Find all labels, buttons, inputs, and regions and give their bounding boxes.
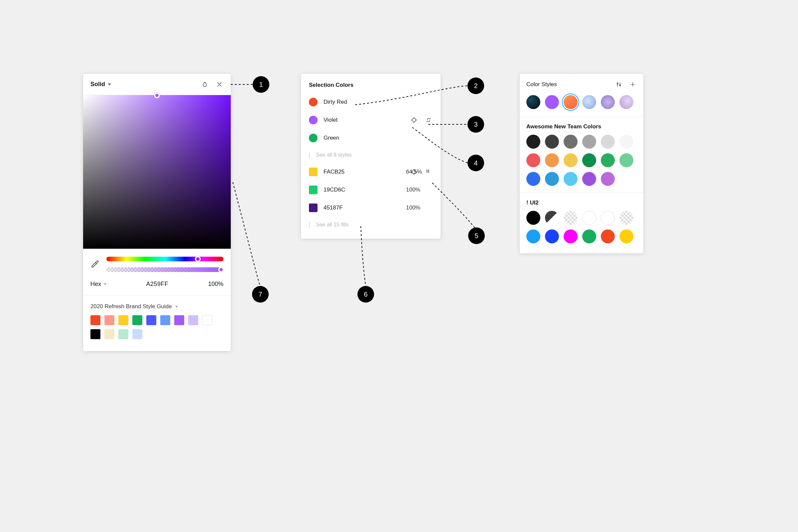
selection-colors-title: Selection Colors: [301, 82, 440, 93]
library-swatch[interactable]: [91, 329, 100, 339]
team-color-swatch[interactable]: [582, 135, 596, 149]
target-icon: [411, 117, 417, 124]
selection-style-row[interactable]: Violet: [301, 111, 440, 129]
ui2-color-swatch[interactable]: [582, 229, 596, 243]
library-swatch[interactable]: [104, 329, 114, 339]
style-name: Dirty Red: [324, 99, 433, 106]
eyedropper-button[interactable]: [91, 260, 99, 269]
style-swatch[interactable]: [526, 95, 540, 109]
target-select-button[interactable]: [410, 168, 418, 176]
selection-fill-row[interactable]: 19CD6C100%: [301, 181, 440, 199]
library-swatch[interactable]: [202, 315, 212, 325]
opacity-input[interactable]: 100%: [208, 281, 224, 288]
hue-thumb[interactable]: [195, 256, 201, 262]
library-swatch[interactable]: [118, 329, 128, 339]
library-swatch[interactable]: [188, 315, 198, 325]
alpha-slider[interactable]: [107, 267, 224, 272]
selection-colors-panel: Selection Colors Dirty RedVioletGreen Se…: [301, 74, 440, 239]
library-swatch[interactable]: [104, 315, 114, 325]
ui2-color-swatch[interactable]: [564, 229, 577, 243]
team-color-swatch[interactable]: [620, 135, 633, 149]
close-button[interactable]: [215, 80, 224, 89]
selection-style-row[interactable]: Green: [301, 129, 440, 147]
library-swatches: [91, 315, 224, 339]
fill-hex: 19CD6C: [324, 187, 406, 193]
team-color-swatch[interactable]: [582, 172, 596, 186]
ui2-color-swatch[interactable]: [582, 211, 596, 225]
team-color-swatch[interactable]: [526, 153, 540, 167]
library-swatch[interactable]: [146, 315, 156, 325]
fill-type-dropdown[interactable]: Solid: [91, 81, 111, 88]
annotation-2: 2: [468, 77, 484, 94]
team-color-swatch[interactable]: [526, 172, 540, 186]
team-color-swatch[interactable]: [601, 172, 615, 186]
team-color-swatch[interactable]: [564, 135, 577, 149]
team-color-swatch[interactable]: [545, 153, 559, 167]
team-color-swatch[interactable]: [545, 172, 559, 186]
library-swatch[interactable]: [91, 315, 100, 325]
annotation-1: 1: [253, 76, 269, 93]
style-swatch[interactable]: [545, 95, 559, 109]
color-swatch: [309, 186, 318, 194]
selection-style-row[interactable]: Dirty Red: [301, 93, 440, 111]
hue-slider[interactable]: [107, 257, 224, 261]
annotation-3: 3: [468, 116, 484, 133]
target-select-button[interactable]: [410, 116, 418, 124]
blend-mode-button[interactable]: [201, 80, 209, 89]
ui2-color-swatch[interactable]: [545, 229, 559, 243]
see-all-fills-button[interactable]: See all 15 fills: [301, 217, 440, 233]
add-style-button[interactable]: [629, 80, 637, 89]
ui2-color-swatch[interactable]: [620, 229, 633, 243]
style-swatch[interactable]: [582, 95, 596, 109]
library-swatch[interactable]: [160, 315, 170, 325]
ui2-color-swatch[interactable]: [545, 211, 559, 225]
team-color-swatch[interactable]: [601, 135, 615, 149]
hex-input[interactable]: A259FF: [146, 281, 168, 288]
more-icon: [309, 153, 310, 158]
svg-point-2: [426, 170, 427, 171]
plus-icon: [630, 81, 636, 88]
create-style-button[interactable]: [424, 168, 433, 176]
ui2-color-swatch[interactable]: [564, 211, 577, 225]
selection-fill-row[interactable]: FACB2564.5%: [301, 163, 440, 181]
fill-type-label: Solid: [91, 81, 105, 88]
style-name: Green: [324, 135, 433, 141]
team-color-swatch[interactable]: [564, 153, 577, 167]
alpha-thumb[interactable]: [218, 267, 224, 272]
style-swatch[interactable]: [620, 95, 633, 109]
ui2-color-swatch[interactable]: [526, 211, 540, 225]
adjust-styles-button[interactable]: [615, 80, 623, 89]
ui2-color-swatch[interactable]: [620, 211, 633, 225]
canvas-thumb[interactable]: [154, 92, 160, 98]
color-mode-dropdown[interactable]: Hex: [91, 281, 107, 288]
svg-point-1: [412, 170, 416, 174]
library-swatch[interactable]: [174, 315, 184, 325]
team-colors-title: Awesome New Team Colors: [526, 124, 637, 130]
library-dropdown[interactable]: 2020 Refresh Brand Style Guide: [91, 303, 224, 310]
library-swatch[interactable]: [132, 329, 142, 339]
team-color-swatch[interactable]: [526, 135, 540, 149]
color-canvas[interactable]: [83, 95, 231, 249]
library-swatch[interactable]: [132, 315, 142, 325]
team-color-swatch[interactable]: [601, 153, 615, 167]
style-swatch[interactable]: [601, 95, 615, 109]
style-swatch-selected[interactable]: [564, 95, 577, 109]
library-swatch[interactable]: [118, 315, 128, 325]
see-all-styles-button[interactable]: See all 8 styles: [301, 147, 440, 163]
chevron-down-icon: [104, 283, 107, 285]
detach-style-button[interactable]: [424, 116, 433, 124]
ui2-color-swatch[interactable]: [601, 211, 615, 225]
ui2-color-swatch[interactable]: [526, 229, 540, 243]
annotation-5: 5: [468, 227, 485, 244]
selection-fill-row[interactable]: 45187F100%: [301, 199, 440, 217]
color-styles-title: Color Styles: [526, 81, 557, 88]
chevron-down-icon: [175, 306, 178, 307]
target-icon: [411, 169, 417, 175]
color-styles-panel: Color Styles Awesome New Team Colors ! U…: [520, 74, 643, 253]
droplet-icon: [202, 81, 208, 88]
team-color-swatch[interactable]: [620, 153, 633, 167]
team-color-swatch[interactable]: [564, 172, 577, 186]
ui2-color-swatch[interactable]: [601, 229, 615, 243]
team-color-swatch[interactable]: [582, 153, 596, 167]
team-color-swatch[interactable]: [545, 135, 559, 149]
